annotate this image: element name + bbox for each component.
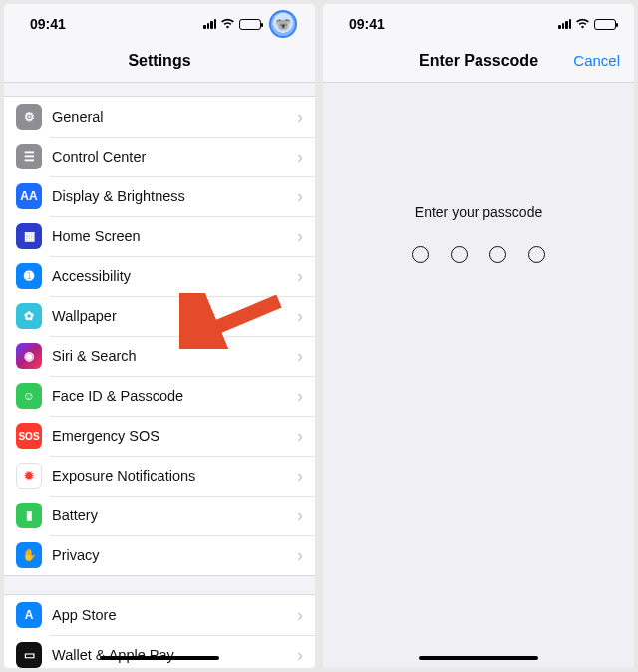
group-separator — [4, 575, 315, 595]
home-icon: ▦ — [16, 223, 42, 249]
chevron-right-icon: › — [297, 226, 303, 247]
settings-row-privacy[interactable]: ✋Privacy› — [4, 535, 315, 575]
row-label: Emergency SOS — [52, 428, 297, 444]
display-icon: AA — [16, 183, 42, 209]
wallpaper-icon: ✿ — [16, 303, 42, 329]
chevron-right-icon: › — [297, 645, 303, 666]
chevron-right-icon: › — [297, 346, 303, 367]
row-label: Exposure Notifications — [52, 468, 297, 484]
settings-row-wallpaper[interactable]: ✿Wallpaper› — [4, 296, 315, 336]
chevron-right-icon: › — [297, 186, 303, 207]
row-label: Home Screen — [52, 228, 297, 244]
row-label: Privacy — [52, 547, 297, 563]
passcode-prompt: Enter your passcode — [415, 204, 542, 220]
passcode-dot — [489, 246, 506, 263]
row-label: Face ID & Passcode — [52, 388, 297, 404]
account-avatar-icon[interactable]: 🐨 — [269, 10, 297, 38]
row-label: General — [52, 109, 297, 125]
exposure-icon: ✹ — [16, 463, 42, 489]
passcode-dot — [528, 246, 545, 263]
passcode-dot — [451, 246, 468, 263]
chevron-right-icon: › — [297, 306, 303, 327]
settings-row-sos[interactable]: SOSEmergency SOS› — [4, 416, 315, 456]
page-title: Settings — [128, 52, 190, 69]
row-label: Control Center — [52, 149, 297, 165]
cancel-button[interactable]: Cancel — [573, 52, 620, 69]
group-separator — [4, 83, 315, 97]
home-indicator[interactable] — [419, 656, 538, 660]
wallet-icon: ▭ — [16, 642, 42, 668]
status-indicators — [558, 17, 616, 32]
nav-header: Enter Passcode Cancel — [323, 44, 634, 83]
row-label: Wallet & Apple Pay — [52, 647, 297, 663]
chevron-right-icon: › — [297, 386, 303, 407]
row-label: Display & Brightness — [52, 188, 297, 204]
status-time: 09:41 — [349, 16, 385, 32]
settings-row-faceid[interactable]: ☺Face ID & Passcode› — [4, 376, 315, 416]
page-title: Enter Passcode — [419, 52, 538, 69]
settings-row-wallet[interactable]: ▭Wallet & Apple Pay› — [4, 635, 315, 668]
passcode-body: Enter your passcode — [323, 83, 634, 668]
passcode-dots — [412, 246, 545, 263]
row-label: App Store — [52, 607, 297, 623]
cellular-icon — [558, 19, 571, 29]
siri-icon: ◉ — [16, 343, 42, 369]
settings-list[interactable]: ⚙︎General›☰Control Center›AADisplay & Br… — [4, 83, 315, 668]
chevron-right-icon: › — [297, 605, 303, 626]
chevron-right-icon: › — [297, 147, 303, 168]
chevron-right-icon: › — [297, 266, 303, 287]
cellular-icon — [203, 19, 216, 29]
row-label: Wallpaper — [52, 308, 297, 324]
settings-row-control[interactable]: ☰Control Center› — [4, 137, 315, 176]
chevron-right-icon: › — [297, 107, 303, 128]
settings-row-battery-i[interactable]: ▮Battery› — [4, 496, 315, 535]
chevron-right-icon: › — [297, 466, 303, 487]
chevron-right-icon: › — [297, 545, 303, 566]
faceid-icon: ☺ — [16, 383, 42, 409]
status-bar: 09:41 — [323, 4, 634, 44]
settings-row-appstore[interactable]: AApp Store› — [4, 595, 315, 635]
wifi-icon — [575, 17, 590, 32]
settings-row-home[interactable]: ▦Home Screen› — [4, 216, 315, 256]
passcode-dot — [412, 246, 429, 263]
status-indicators: 🐨 — [203, 10, 297, 38]
settings-row-general[interactable]: ⚙︎General› — [4, 97, 315, 137]
battery-i-icon: ▮ — [16, 503, 42, 528]
nav-header: Settings — [4, 44, 315, 83]
passcode-screen: 09:41 Enter Passcode Cancel Enter your p… — [323, 4, 634, 668]
access-icon: ➊ — [16, 263, 42, 289]
status-bar: 09:41 🐨 — [4, 4, 315, 44]
wifi-icon — [220, 17, 235, 32]
chevron-right-icon: › — [297, 505, 303, 526]
row-label: Accessibility — [52, 268, 297, 284]
home-indicator[interactable] — [100, 656, 219, 660]
general-icon: ⚙︎ — [16, 104, 42, 130]
settings-row-access[interactable]: ➊Accessibility› — [4, 256, 315, 296]
privacy-icon: ✋ — [16, 542, 42, 568]
settings-row-display[interactable]: AADisplay & Brightness› — [4, 176, 315, 216]
row-label: Siri & Search — [52, 348, 297, 364]
appstore-icon: A — [16, 602, 42, 628]
battery-icon — [594, 19, 616, 30]
row-label: Battery — [52, 507, 297, 523]
settings-row-exposure[interactable]: ✹Exposure Notifications› — [4, 456, 315, 496]
battery-icon — [239, 19, 261, 30]
chevron-right-icon: › — [297, 426, 303, 447]
status-time: 09:41 — [30, 16, 66, 32]
settings-row-siri[interactable]: ◉Siri & Search› — [4, 336, 315, 376]
control-icon: ☰ — [16, 144, 42, 169]
settings-screen: 09:41 🐨 Settings ⚙︎General›☰Control Cent… — [4, 4, 315, 668]
sos-icon: SOS — [16, 423, 42, 449]
